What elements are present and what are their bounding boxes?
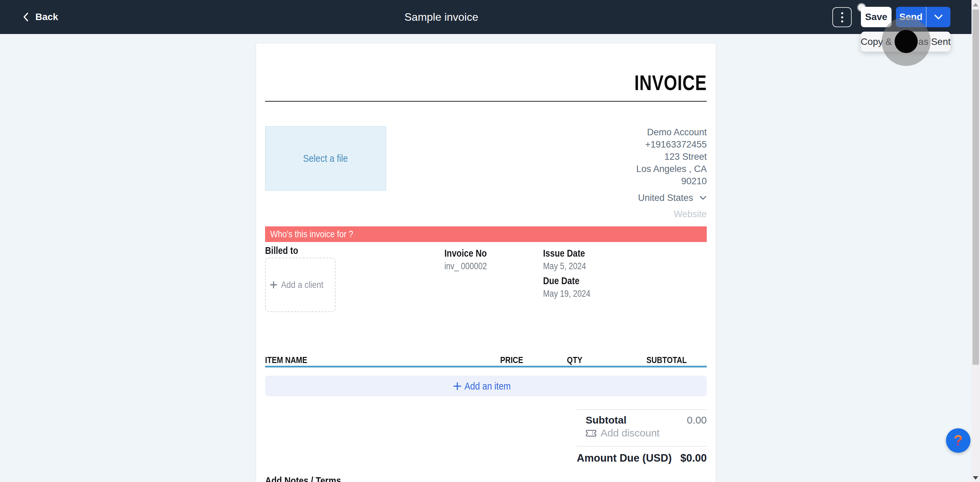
add-discount-label: Add discount bbox=[601, 427, 659, 439]
back-label: Back bbox=[35, 11, 58, 22]
business-name[interactable]: Demo Account bbox=[550, 126, 707, 138]
logo-upload-dropzone[interactable]: Select a file bbox=[265, 126, 386, 191]
invoice-heading: INVOICE bbox=[634, 70, 707, 95]
subtotal-label: Subtotal bbox=[585, 414, 627, 426]
issue-date-label: Issue Date bbox=[543, 248, 585, 258]
business-city-state[interactable]: Los Angeles , CA bbox=[550, 163, 707, 175]
invoice-number-column: Invoice No inv_ 000002 bbox=[444, 248, 495, 271]
invoice-meta-row: Billed to Add a client Invoice No inv_ 0… bbox=[265, 246, 707, 323]
business-details: Demo Account +19163372455 123 Street Los… bbox=[550, 126, 707, 220]
add-notes-button[interactable]: Add Notes / Terms bbox=[265, 474, 707, 482]
due-date-field[interactable]: May 19, 2024 bbox=[543, 289, 599, 298]
business-street[interactable]: 123 Street bbox=[550, 151, 707, 163]
upload-label: Select a file bbox=[303, 153, 348, 164]
add-item-button[interactable]: Add an item bbox=[265, 376, 707, 396]
subtotal-value: 0.00 bbox=[687, 414, 707, 426]
website-input[interactable]: Website bbox=[550, 208, 707, 220]
add-notes-label: Add Notes / Terms bbox=[265, 474, 341, 482]
scrollbar-thumb[interactable] bbox=[972, 10, 979, 365]
scroll-up-arrow[interactable] bbox=[973, 3, 978, 6]
help-button[interactable]: ? bbox=[946, 428, 970, 453]
invoice-heading-rule: INVOICE bbox=[265, 43, 707, 101]
header-row: Select a file Demo Account +19163372455 … bbox=[265, 126, 707, 220]
add-item-label: Add an item bbox=[465, 381, 511, 392]
invoice-card: INVOICE Select a file Demo Account +1916… bbox=[256, 43, 716, 482]
send-button-group: Send bbox=[896, 7, 950, 27]
send-button[interactable]: Send bbox=[896, 7, 926, 27]
items-table-header: ITEM NAME PRICE QTY SUBTOTAL bbox=[265, 354, 707, 368]
page-title: Sample invoice bbox=[404, 0, 479, 34]
subtotal-row: Subtotal 0.00 bbox=[577, 410, 707, 426]
billed-to-column: Billed to Add a client bbox=[265, 246, 336, 312]
invoice-no-field[interactable]: inv_ 000002 bbox=[444, 262, 495, 271]
menu-item-copy-mark-sent[interactable]: Copy & Mark as Sent bbox=[861, 36, 951, 47]
col-item-name: ITEM NAME bbox=[265, 354, 307, 366]
country-value: United States bbox=[638, 192, 693, 204]
amount-due-row: Amount Due (USD) $0.00 bbox=[577, 447, 707, 465]
add-client-button[interactable]: Add a client bbox=[265, 258, 336, 312]
scroll-down-arrow[interactable] bbox=[973, 476, 978, 480]
chevron-down-icon bbox=[934, 14, 943, 20]
chevron-left-icon bbox=[22, 12, 30, 22]
business-zip[interactable]: 90210 bbox=[550, 175, 707, 187]
vertical-scrollbar[interactable] bbox=[972, 0, 980, 482]
add-client-label: Add a client bbox=[281, 279, 323, 290]
amount-due-label: Amount Due (USD) bbox=[577, 452, 672, 465]
country-select[interactable]: United States bbox=[550, 192, 707, 204]
more-options-button[interactable] bbox=[832, 7, 852, 27]
save-button[interactable]: Save bbox=[861, 7, 891, 27]
question-mark-icon: ? bbox=[954, 433, 963, 448]
send-dropdown-menu: Copy & Mark as Sent bbox=[861, 32, 950, 52]
amount-due-value: $0.00 bbox=[680, 452, 707, 465]
send-dropdown-toggle[interactable] bbox=[927, 7, 950, 27]
billed-to-label: Billed to bbox=[265, 246, 298, 255]
invoice-no-label: Invoice No bbox=[444, 248, 487, 258]
kebab-icon bbox=[841, 12, 843, 14]
due-date-label: Due Date bbox=[543, 276, 579, 286]
add-discount-button[interactable]: Add discount bbox=[577, 427, 707, 439]
chevron-down-icon bbox=[699, 195, 707, 200]
business-phone[interactable]: +19163372455 bbox=[550, 138, 707, 151]
validation-banner: Who's this invoice for ? bbox=[265, 227, 707, 242]
app-screen: Back Sample invoice Save Send Copy & Mar… bbox=[0, 0, 980, 482]
totals-section: Subtotal 0.00 Add discount Amount Due (U… bbox=[577, 409, 707, 465]
top-navigation-bar: Back Sample invoice Save Send bbox=[0, 0, 980, 34]
col-subtotal: SUBTOTAL bbox=[646, 354, 687, 366]
ticket-icon bbox=[585, 429, 597, 438]
plus-icon bbox=[269, 281, 278, 289]
plus-icon bbox=[453, 382, 462, 390]
issue-date-field[interactable]: May 5, 2024 bbox=[543, 262, 599, 271]
col-price: PRICE bbox=[500, 354, 523, 366]
validation-message: Who's this invoice for ? bbox=[270, 229, 353, 239]
back-button[interactable]: Back bbox=[22, 0, 58, 34]
col-qty: QTY bbox=[567, 354, 582, 366]
dates-column: Issue Date May 5, 2024 Due Date May 19, … bbox=[543, 248, 599, 298]
